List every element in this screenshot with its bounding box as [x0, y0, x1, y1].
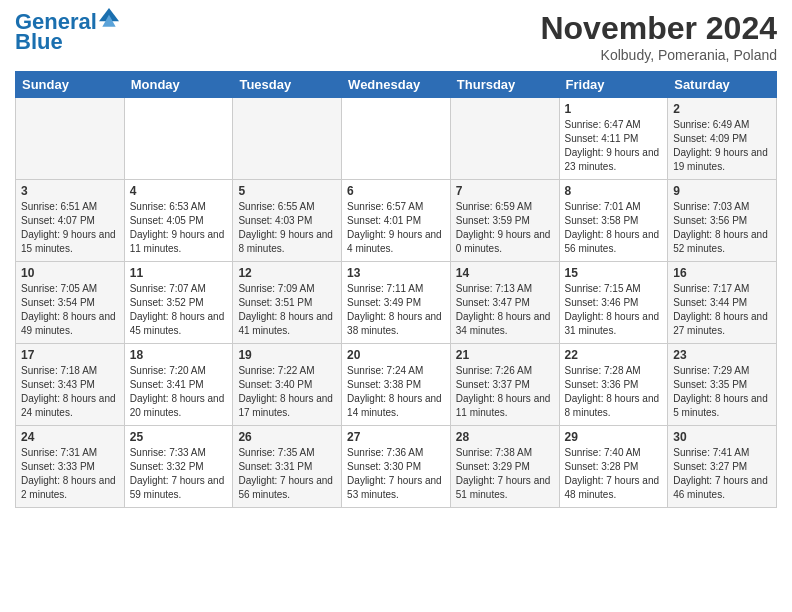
- calendar-cell: 19Sunrise: 7:22 AM Sunset: 3:40 PM Dayli…: [233, 344, 342, 426]
- calendar-cell: 28Sunrise: 7:38 AM Sunset: 3:29 PM Dayli…: [450, 426, 559, 508]
- col-monday: Monday: [124, 72, 233, 98]
- day-number: 1: [565, 102, 663, 116]
- day-number: 22: [565, 348, 663, 362]
- day-info: Sunrise: 7:33 AM Sunset: 3:32 PM Dayligh…: [130, 446, 228, 502]
- day-info: Sunrise: 7:01 AM Sunset: 3:58 PM Dayligh…: [565, 200, 663, 256]
- day-info: Sunrise: 7:20 AM Sunset: 3:41 PM Dayligh…: [130, 364, 228, 420]
- day-info: Sunrise: 7:07 AM Sunset: 3:52 PM Dayligh…: [130, 282, 228, 338]
- day-info: Sunrise: 7:17 AM Sunset: 3:44 PM Dayligh…: [673, 282, 771, 338]
- calendar-cell: 16Sunrise: 7:17 AM Sunset: 3:44 PM Dayli…: [668, 262, 777, 344]
- month-title: November 2024: [540, 10, 777, 47]
- col-wednesday: Wednesday: [342, 72, 451, 98]
- day-info: Sunrise: 7:40 AM Sunset: 3:28 PM Dayligh…: [565, 446, 663, 502]
- calendar-cell: 8Sunrise: 7:01 AM Sunset: 3:58 PM Daylig…: [559, 180, 668, 262]
- calendar-cell: [342, 98, 451, 180]
- logo-icon: [99, 8, 119, 28]
- calendar-cell: 23Sunrise: 7:29 AM Sunset: 3:35 PM Dayli…: [668, 344, 777, 426]
- day-info: Sunrise: 6:49 AM Sunset: 4:09 PM Dayligh…: [673, 118, 771, 174]
- day-info: Sunrise: 7:38 AM Sunset: 3:29 PM Dayligh…: [456, 446, 554, 502]
- calendar-cell: 6Sunrise: 6:57 AM Sunset: 4:01 PM Daylig…: [342, 180, 451, 262]
- day-number: 5: [238, 184, 336, 198]
- day-number: 30: [673, 430, 771, 444]
- day-number: 25: [130, 430, 228, 444]
- calendar-cell: 3Sunrise: 6:51 AM Sunset: 4:07 PM Daylig…: [16, 180, 125, 262]
- day-info: Sunrise: 7:41 AM Sunset: 3:27 PM Dayligh…: [673, 446, 771, 502]
- calendar-cell: 7Sunrise: 6:59 AM Sunset: 3:59 PM Daylig…: [450, 180, 559, 262]
- col-thursday: Thursday: [450, 72, 559, 98]
- day-info: Sunrise: 7:13 AM Sunset: 3:47 PM Dayligh…: [456, 282, 554, 338]
- day-info: Sunrise: 7:31 AM Sunset: 3:33 PM Dayligh…: [21, 446, 119, 502]
- day-number: 19: [238, 348, 336, 362]
- calendar-cell: 22Sunrise: 7:28 AM Sunset: 3:36 PM Dayli…: [559, 344, 668, 426]
- day-number: 9: [673, 184, 771, 198]
- week-row-4: 17Sunrise: 7:18 AM Sunset: 3:43 PM Dayli…: [16, 344, 777, 426]
- day-info: Sunrise: 7:24 AM Sunset: 3:38 PM Dayligh…: [347, 364, 445, 420]
- calendar-cell: 14Sunrise: 7:13 AM Sunset: 3:47 PM Dayli…: [450, 262, 559, 344]
- day-info: Sunrise: 7:35 AM Sunset: 3:31 PM Dayligh…: [238, 446, 336, 502]
- day-number: 29: [565, 430, 663, 444]
- calendar-cell: 21Sunrise: 7:26 AM Sunset: 3:37 PM Dayli…: [450, 344, 559, 426]
- day-number: 11: [130, 266, 228, 280]
- location: Kolbudy, Pomerania, Poland: [540, 47, 777, 63]
- day-info: Sunrise: 6:47 AM Sunset: 4:11 PM Dayligh…: [565, 118, 663, 174]
- week-row-1: 1Sunrise: 6:47 AM Sunset: 4:11 PM Daylig…: [16, 98, 777, 180]
- calendar-cell: 17Sunrise: 7:18 AM Sunset: 3:43 PM Dayli…: [16, 344, 125, 426]
- day-info: Sunrise: 7:36 AM Sunset: 3:30 PM Dayligh…: [347, 446, 445, 502]
- day-info: Sunrise: 6:59 AM Sunset: 3:59 PM Dayligh…: [456, 200, 554, 256]
- col-friday: Friday: [559, 72, 668, 98]
- day-number: 8: [565, 184, 663, 198]
- day-number: 7: [456, 184, 554, 198]
- calendar-table: Sunday Monday Tuesday Wednesday Thursday…: [15, 71, 777, 508]
- calendar-cell: 24Sunrise: 7:31 AM Sunset: 3:33 PM Dayli…: [16, 426, 125, 508]
- calendar-cell: 27Sunrise: 7:36 AM Sunset: 3:30 PM Dayli…: [342, 426, 451, 508]
- page-container: General Blue November 2024 Kolbudy, Pome…: [0, 0, 792, 518]
- day-number: 3: [21, 184, 119, 198]
- header: General Blue November 2024 Kolbudy, Pome…: [15, 10, 777, 63]
- day-number: 16: [673, 266, 771, 280]
- day-number: 6: [347, 184, 445, 198]
- header-row: Sunday Monday Tuesday Wednesday Thursday…: [16, 72, 777, 98]
- day-number: 15: [565, 266, 663, 280]
- logo: General Blue: [15, 10, 119, 54]
- day-number: 26: [238, 430, 336, 444]
- calendar-cell: 10Sunrise: 7:05 AM Sunset: 3:54 PM Dayli…: [16, 262, 125, 344]
- calendar-cell: [124, 98, 233, 180]
- day-number: 14: [456, 266, 554, 280]
- day-info: Sunrise: 7:22 AM Sunset: 3:40 PM Dayligh…: [238, 364, 336, 420]
- calendar-cell: 13Sunrise: 7:11 AM Sunset: 3:49 PM Dayli…: [342, 262, 451, 344]
- day-number: 24: [21, 430, 119, 444]
- day-info: Sunrise: 6:57 AM Sunset: 4:01 PM Dayligh…: [347, 200, 445, 256]
- calendar-cell: 25Sunrise: 7:33 AM Sunset: 3:32 PM Dayli…: [124, 426, 233, 508]
- col-tuesday: Tuesday: [233, 72, 342, 98]
- calendar-cell: 29Sunrise: 7:40 AM Sunset: 3:28 PM Dayli…: [559, 426, 668, 508]
- day-number: 17: [21, 348, 119, 362]
- day-number: 28: [456, 430, 554, 444]
- calendar-cell: 11Sunrise: 7:07 AM Sunset: 3:52 PM Dayli…: [124, 262, 233, 344]
- day-number: 23: [673, 348, 771, 362]
- day-info: Sunrise: 6:53 AM Sunset: 4:05 PM Dayligh…: [130, 200, 228, 256]
- day-info: Sunrise: 7:03 AM Sunset: 3:56 PM Dayligh…: [673, 200, 771, 256]
- calendar-cell: [450, 98, 559, 180]
- day-info: Sunrise: 7:05 AM Sunset: 3:54 PM Dayligh…: [21, 282, 119, 338]
- day-info: Sunrise: 7:29 AM Sunset: 3:35 PM Dayligh…: [673, 364, 771, 420]
- calendar-cell: 1Sunrise: 6:47 AM Sunset: 4:11 PM Daylig…: [559, 98, 668, 180]
- day-number: 21: [456, 348, 554, 362]
- calendar-cell: 15Sunrise: 7:15 AM Sunset: 3:46 PM Dayli…: [559, 262, 668, 344]
- calendar-cell: 26Sunrise: 7:35 AM Sunset: 3:31 PM Dayli…: [233, 426, 342, 508]
- calendar-cell: 4Sunrise: 6:53 AM Sunset: 4:05 PM Daylig…: [124, 180, 233, 262]
- day-info: Sunrise: 7:18 AM Sunset: 3:43 PM Dayligh…: [21, 364, 119, 420]
- calendar-cell: 12Sunrise: 7:09 AM Sunset: 3:51 PM Dayli…: [233, 262, 342, 344]
- calendar-cell: 2Sunrise: 6:49 AM Sunset: 4:09 PM Daylig…: [668, 98, 777, 180]
- calendar-cell: [16, 98, 125, 180]
- day-number: 10: [21, 266, 119, 280]
- week-row-2: 3Sunrise: 6:51 AM Sunset: 4:07 PM Daylig…: [16, 180, 777, 262]
- calendar-cell: 20Sunrise: 7:24 AM Sunset: 3:38 PM Dayli…: [342, 344, 451, 426]
- week-row-5: 24Sunrise: 7:31 AM Sunset: 3:33 PM Dayli…: [16, 426, 777, 508]
- day-info: Sunrise: 7:26 AM Sunset: 3:37 PM Dayligh…: [456, 364, 554, 420]
- day-number: 4: [130, 184, 228, 198]
- day-number: 13: [347, 266, 445, 280]
- calendar-cell: [233, 98, 342, 180]
- day-info: Sunrise: 7:11 AM Sunset: 3:49 PM Dayligh…: [347, 282, 445, 338]
- day-info: Sunrise: 6:55 AM Sunset: 4:03 PM Dayligh…: [238, 200, 336, 256]
- calendar-cell: 18Sunrise: 7:20 AM Sunset: 3:41 PM Dayli…: [124, 344, 233, 426]
